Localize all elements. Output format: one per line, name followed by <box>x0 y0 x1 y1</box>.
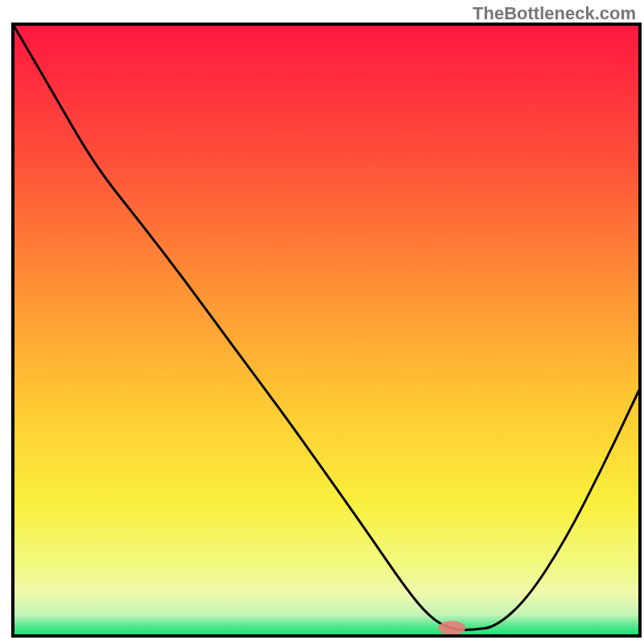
plot-area <box>13 24 640 636</box>
bottleneck-chart <box>0 0 644 644</box>
watermark-text: TheBottleneck.com <box>473 3 636 24</box>
gradient-background <box>13 24 640 636</box>
chart-wrapper: TheBottleneck.com <box>0 0 644 644</box>
optimal-marker <box>438 621 465 635</box>
